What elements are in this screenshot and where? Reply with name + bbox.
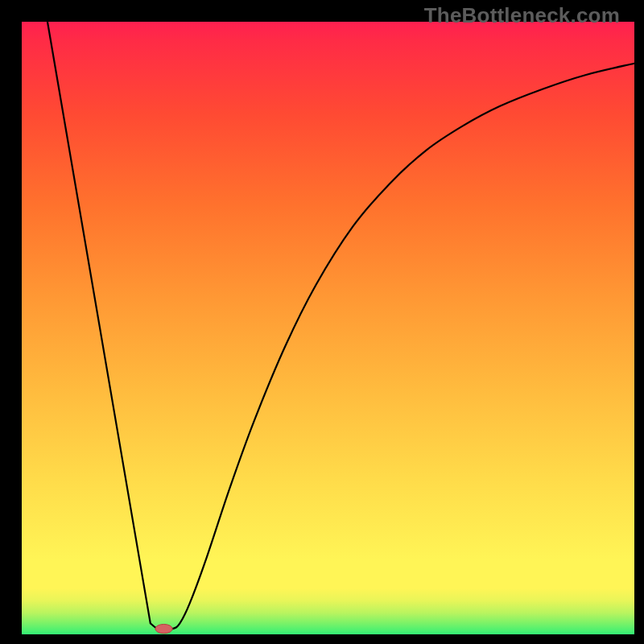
watermark-text: TheBottleneck.com xyxy=(424,3,620,28)
zero-bottleneck-marker xyxy=(155,624,172,633)
chart-container: { "watermark": "TheBottleneck.com", "cha… xyxy=(0,0,644,644)
plot-background xyxy=(22,22,634,634)
chart-svg xyxy=(0,0,644,644)
